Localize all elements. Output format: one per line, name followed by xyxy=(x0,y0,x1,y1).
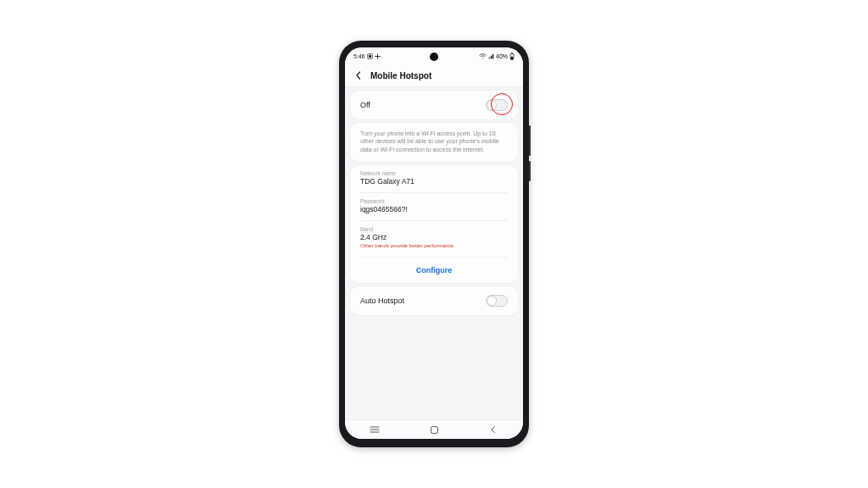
wifi-icon xyxy=(479,53,487,59)
add-icon xyxy=(375,53,381,59)
hotspot-state-label: Off xyxy=(360,101,370,109)
svg-rect-4 xyxy=(511,56,514,58)
power-button xyxy=(529,161,531,181)
config-card: Network name TDG Galaxy A71 Password iqg… xyxy=(350,165,518,283)
password-field[interactable]: Password iqgs0465566?! xyxy=(350,193,518,217)
auto-hotspot-label: Auto Hotspot xyxy=(360,297,404,305)
network-name-value: TDG Galaxy A71 xyxy=(360,177,508,186)
band-field[interactable]: Band 2.4 GHz Other bands provide better … xyxy=(350,221,518,253)
camera-notch xyxy=(430,53,438,61)
signal-icon xyxy=(488,53,494,59)
toggle-knob xyxy=(487,296,497,306)
notification-icon xyxy=(367,53,373,59)
hotspot-toggle-card: Off xyxy=(350,91,518,119)
navigation-bar xyxy=(345,419,523,439)
hotspot-toggle-row[interactable]: Off xyxy=(350,91,518,119)
network-name-label: Network name xyxy=(360,170,508,176)
page-title: Mobile Hotspot xyxy=(370,71,431,80)
hotspot-description: Turn your phone into a Wi-Fi access poin… xyxy=(350,123,518,162)
band-note: Other bands provide better performance. xyxy=(360,242,508,248)
recents-button[interactable] xyxy=(370,424,380,435)
auto-hotspot-card: Auto Hotspot xyxy=(350,286,518,315)
volume-button xyxy=(529,125,531,156)
password-label: Password xyxy=(360,198,508,204)
phone-frame: 5:46 40% xyxy=(339,41,529,447)
svg-rect-3 xyxy=(511,53,513,53)
title-bar: Mobile Hotspot xyxy=(345,64,523,87)
home-button[interactable] xyxy=(429,424,439,435)
password-value: iqgs0465566?! xyxy=(360,205,508,214)
toggle-knob xyxy=(487,100,497,110)
back-button[interactable] xyxy=(353,70,364,80)
band-value: 2.4 GHz xyxy=(360,233,508,241)
svg-rect-1 xyxy=(369,55,371,58)
description-card: Turn your phone into a Wi-Fi access poin… xyxy=(350,123,518,162)
battery-percent: 40% xyxy=(496,53,508,59)
back-nav-button[interactable] xyxy=(488,424,498,435)
status-time: 5:46 xyxy=(353,53,365,59)
configure-button[interactable]: Configure xyxy=(350,258,518,283)
battery-icon xyxy=(509,53,515,60)
phone-screen: 5:46 40% xyxy=(345,47,523,439)
svg-rect-5 xyxy=(431,426,437,433)
stage: 5:46 40% xyxy=(0,0,868,488)
auto-hotspot-toggle[interactable] xyxy=(486,295,508,307)
hotspot-toggle[interactable] xyxy=(486,99,508,111)
band-label: Band xyxy=(360,226,508,232)
auto-hotspot-row[interactable]: Auto Hotspot xyxy=(350,286,518,315)
network-name-field[interactable]: Network name TDG Galaxy A71 xyxy=(350,165,518,189)
